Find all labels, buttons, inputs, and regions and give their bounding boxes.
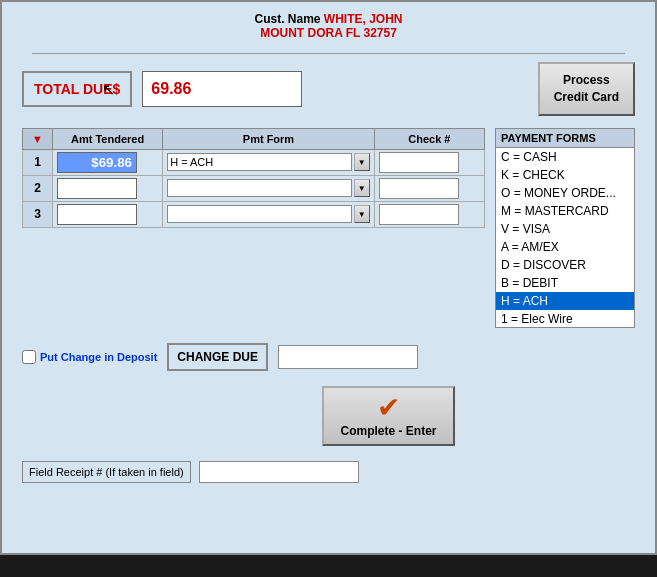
col-header-check: Check # — [374, 128, 484, 149]
amt-tendered-input-1[interactable] — [57, 152, 137, 173]
check-cell-3[interactable] — [374, 201, 484, 227]
amt-cell-3[interactable] — [53, 201, 163, 227]
divider — [32, 53, 625, 54]
check-input-2[interactable] — [379, 178, 459, 199]
pf-item-check[interactable]: K = CHECK — [496, 166, 634, 184]
check-cell-2[interactable] — [374, 175, 484, 201]
row-num-1: 1 — [23, 149, 53, 175]
pf-item-mastercard[interactable]: M = MASTERCARD — [496, 202, 634, 220]
pmt-form-dropdown-2[interactable]: ▼ — [354, 179, 370, 197]
table-row: 1 ▼ — [23, 149, 485, 175]
check-cell-1[interactable] — [374, 149, 484, 175]
pmt-form-input-3[interactable] — [167, 205, 352, 223]
pf-item-debit[interactable]: B = DEBIT — [496, 274, 634, 292]
change-due-row: Put Change in Deposit CHANGE DUE — [22, 343, 635, 371]
col-header-num: ▼ — [23, 128, 53, 149]
put-change-checkbox[interactable] — [22, 350, 36, 364]
amt-tendered-input-3[interactable] — [57, 204, 137, 225]
field-receipt-row: Field Receipt # (If taken in field) — [22, 461, 635, 483]
bottom-section: Put Change in Deposit CHANGE DUE ✔ Compl… — [2, 343, 655, 483]
payment-table-container: ▼ Amt Tendered Pmt Form Check # 1 — [22, 128, 485, 328]
table-row: 2 ▼ — [23, 175, 485, 201]
check-input-3[interactable] — [379, 204, 459, 225]
payment-table: ▼ Amt Tendered Pmt Form Check # 1 — [22, 128, 485, 228]
change-due-input[interactable] — [278, 345, 418, 369]
pf-item-discover[interactable]: D = DISCOVER — [496, 256, 634, 274]
put-change-container: Put Change in Deposit — [22, 350, 157, 364]
amt-tendered-input-2[interactable] — [57, 178, 137, 199]
field-receipt-label: Field Receipt # (If taken in field) — [22, 461, 191, 483]
pmt-form-dropdown-1[interactable]: ▼ — [354, 153, 370, 171]
payment-forms-panel: PAYMENT FORMS C = CASH K = CHECK O = MON… — [495, 128, 635, 328]
payment-forms-list[interactable]: C = CASH K = CHECK O = MONEY ORDE... M =… — [496, 148, 634, 327]
cust-name-label: Cust. Name — [254, 12, 323, 26]
customer-header: Cust. Name WHITE, JOHN MOUNT DORA FL 327… — [2, 2, 655, 45]
table-row: 3 ▼ — [23, 201, 485, 227]
complete-enter-button[interactable]: ✔ Complete - Enter — [322, 386, 454, 446]
amt-cell-2[interactable] — [53, 175, 163, 201]
customer-address: MOUNT DORA FL 32757 — [260, 26, 397, 40]
customer-name: WHITE, JOHN — [324, 12, 403, 26]
complete-btn-label: Complete - Enter — [340, 424, 436, 438]
payment-forms-header: PAYMENT FORMS — [496, 129, 634, 148]
pmt-form-cell-1[interactable]: ▼ — [163, 149, 375, 175]
total-row: TOTAL DUE$ Process Credit Card — [22, 62, 635, 116]
pf-item-amex[interactable]: A = AM/EX — [496, 238, 634, 256]
pmt-form-cell-2[interactable]: ▼ — [163, 175, 375, 201]
change-due-label: CHANGE DUE — [167, 343, 268, 371]
amt-cell-1[interactable] — [53, 149, 163, 175]
main-window: Cust. Name WHITE, JOHN MOUNT DORA FL 327… — [0, 0, 657, 555]
pf-item-ach[interactable]: H = ACH — [496, 292, 634, 310]
col-header-amt: Amt Tendered — [53, 128, 163, 149]
taskbar — [0, 555, 657, 577]
pmt-form-input-2[interactable] — [167, 179, 352, 197]
pmt-form-input-1[interactable] — [167, 153, 352, 171]
field-receipt-input[interactable] — [199, 461, 359, 483]
check-input-1[interactable] — [379, 152, 459, 173]
pf-item-money-order[interactable]: O = MONEY ORDE... — [496, 184, 634, 202]
payment-section: ▼ Amt Tendered Pmt Form Check # 1 — [22, 128, 635, 328]
col-header-pmt: Pmt Form — [163, 128, 375, 149]
process-cc-button[interactable]: Process Credit Card — [538, 62, 635, 116]
pf-item-elec-wire[interactable]: 1 = Elec Wire — [496, 310, 634, 327]
complete-btn-container: ✔ Complete - Enter — [142, 386, 635, 446]
main-content: TOTAL DUE$ Process Credit Card ▼ Amt Ten… — [2, 62, 655, 328]
total-amount-input[interactable] — [142, 71, 302, 107]
row-num-3: 3 — [23, 201, 53, 227]
pf-item-cash[interactable]: C = CASH — [496, 148, 634, 166]
row-num-2: 2 — [23, 175, 53, 201]
checkmark-icon: ✔ — [377, 394, 400, 422]
pf-item-visa[interactable]: V = VISA — [496, 220, 634, 238]
total-due-label: TOTAL DUE$ — [22, 71, 132, 107]
pmt-form-cell-3[interactable]: ▼ — [163, 201, 375, 227]
put-change-label[interactable]: Put Change in Deposit — [40, 351, 157, 363]
pmt-form-dropdown-3[interactable]: ▼ — [354, 205, 370, 223]
